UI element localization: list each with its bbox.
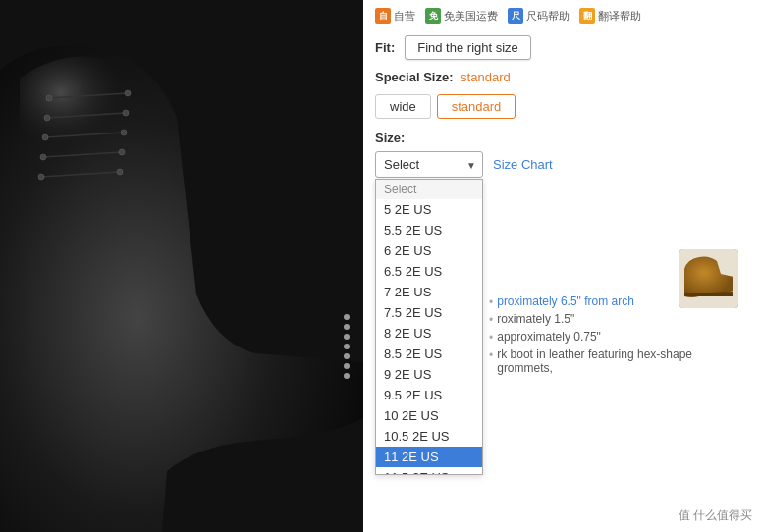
self-operated-icon: 自 <box>375 8 391 24</box>
desc-text-4: rk boot in leather featuring hex-shape g… <box>497 347 734 375</box>
boot-image <box>0 0 363 532</box>
svg-point-7 <box>125 90 131 96</box>
dropdown-scroll-area[interactable]: Select 5 2E US 5.5 2E US 6 2E US 6.5 2E … <box>376 180 482 474</box>
desc-bullet-1: • <box>489 295 493 309</box>
description-area: • proximately 6.5" from arch • roximatel… <box>489 294 734 378</box>
svg-point-6 <box>46 95 52 101</box>
standard-toggle-button[interactable]: standard <box>437 94 516 119</box>
size-select-button[interactable]: Select ▼ <box>375 151 483 178</box>
dropdown-item-7_5_2e[interactable]: 7.5 2E US <box>376 302 482 323</box>
svg-point-8 <box>44 115 50 121</box>
badge-free-shipping-label: 免美国运费 <box>444 9 498 24</box>
badge-self-operated-label: 自营 <box>394 9 415 24</box>
svg-point-15 <box>117 169 123 175</box>
badge-translate-label: 翻译帮助 <box>598 9 641 24</box>
badges-row: 自 自营 免 免美国运费 尺 尺码帮助 翻 翻译帮助 <box>375 8 748 24</box>
badge-free-shipping: 免 免美国运费 <box>425 8 498 24</box>
svg-point-10 <box>42 134 48 140</box>
size-dropdown[interactable]: Select 5 2E US 5.5 2E US 6 2E US 6.5 2E … <box>375 179 483 475</box>
dropdown-item-8_5_2e[interactable]: 8.5 2E US <box>376 344 482 364</box>
desc-bullet-4: • <box>489 348 493 362</box>
dropdown-item-6_2e[interactable]: 6 2E US <box>376 240 482 261</box>
svg-point-14 <box>38 174 44 180</box>
dropdown-item-5_5_2e[interactable]: 5.5 2E US <box>376 220 482 240</box>
free-shipping-icon: 免 <box>425 8 441 24</box>
dropdown-item-9_2e[interactable]: 9 2E US <box>376 364 482 385</box>
size-label: Size: <box>375 131 748 145</box>
wide-toggle-button[interactable]: wide <box>375 94 431 119</box>
dropdown-item-11_2e[interactable]: 11 2E US <box>376 447 482 467</box>
special-size-row: Special Size: standard <box>375 70 748 84</box>
svg-point-11 <box>121 130 127 135</box>
desc-item-4: • rk boot in leather featuring hex-shape… <box>489 347 734 375</box>
dropdown-item-10_5_2e[interactable]: 10.5 2E US <box>376 426 482 447</box>
desc-item-1: • proximately 6.5" from arch <box>489 294 734 309</box>
badge-self-operated: 自 自营 <box>375 8 415 24</box>
desc-text-2: roximately 1.5" <box>497 312 574 326</box>
desc-text-3: approximately 0.75" <box>497 330 601 344</box>
size-toggle-row: wide standard <box>375 94 748 119</box>
dropdown-item-10_2e[interactable]: 10 2E US <box>376 405 482 426</box>
bullet-points <box>344 314 350 379</box>
svg-point-12 <box>40 154 46 160</box>
dropdown-item-11_5_2e[interactable]: 11.5 2E US <box>376 467 482 474</box>
dropdown-arrow-icon: ▼ <box>466 159 476 170</box>
right-panel: 自 自营 免 免美国运费 尺 尺码帮助 翻 翻译帮助 Fit: Find the… <box>363 0 760 532</box>
badge-translate: 翻 翻译帮助 <box>579 8 641 24</box>
dropdown-header[interactable]: Select <box>376 180 482 199</box>
fit-label: Fit: <box>375 40 395 55</box>
fit-row: Fit: Find the right size <box>375 35 748 60</box>
desc-bullet-3: • <box>489 331 493 345</box>
size-chart-link[interactable]: Size Chart <box>493 157 553 172</box>
translate-icon: 翻 <box>579 8 595 24</box>
size-select-wrapper: Select ▼ Select 5 2E US 5.5 2E US 6 2E U… <box>375 151 483 178</box>
desc-item-2: • roximately 1.5" <box>489 312 734 327</box>
size-select-label: Select <box>384 157 419 172</box>
select-row: Select ▼ Select 5 2E US 5.5 2E US 6 2E U… <box>375 151 748 178</box>
badge-size-guide: 尺 尺码帮助 <box>508 8 570 24</box>
desc-text-1: proximately 6.5" from arch <box>497 294 634 308</box>
dropdown-item-9_5_2e[interactable]: 9.5 2E US <box>376 385 482 405</box>
find-size-button[interactable]: Find the right size <box>405 35 531 60</box>
dropdown-item-8_2e[interactable]: 8 2E US <box>376 323 482 344</box>
desc-item-3: • approximately 0.75" <box>489 330 734 345</box>
dropdown-item-5_2e[interactable]: 5 2E US <box>376 199 482 220</box>
dropdown-item-6_5_2e[interactable]: 6.5 2E US <box>376 261 482 282</box>
badge-size-guide-label: 尺码帮助 <box>526 9 570 24</box>
dropdown-item-7_2e[interactable]: 7 2E US <box>376 282 482 302</box>
watermark: 值 什么值得买 <box>679 507 752 524</box>
special-size-label: Special Size: <box>375 70 453 84</box>
svg-point-9 <box>123 110 129 116</box>
product-image-panel <box>0 0 363 532</box>
special-size-value: standard <box>461 70 511 84</box>
desc-bullet-2: • <box>489 313 493 327</box>
size-guide-icon: 尺 <box>508 8 523 24</box>
svg-point-13 <box>119 149 125 155</box>
